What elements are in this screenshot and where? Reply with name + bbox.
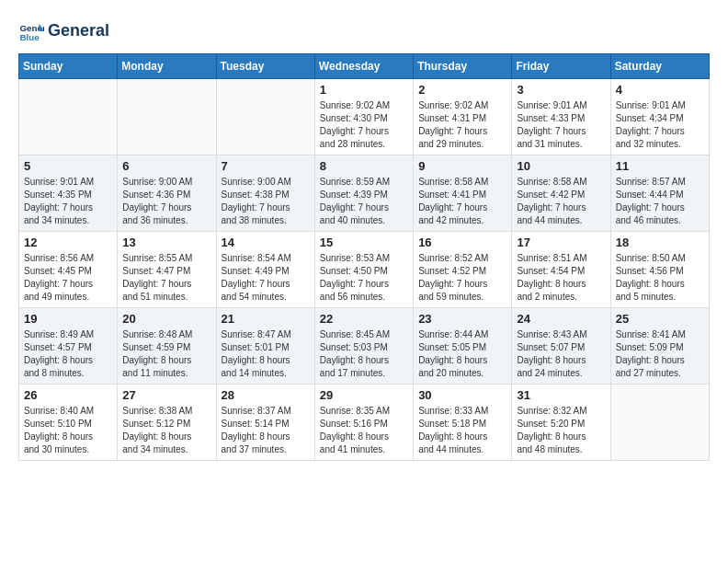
- day-number: 30: [418, 388, 506, 402]
- cell-content: Sunrise: 9:02 AM Sunset: 4:30 PM Dayligh…: [320, 99, 408, 151]
- calendar-cell: 9Sunrise: 8:58 AM Sunset: 4:41 PM Daylig…: [414, 155, 512, 232]
- day-number: 2: [418, 83, 506, 97]
- logo-text: General: [48, 22, 109, 40]
- cell-content: Sunrise: 9:00 AM Sunset: 4:38 PM Dayligh…: [222, 176, 310, 227]
- day-number: 27: [122, 388, 210, 402]
- day-number: 26: [24, 388, 112, 402]
- calendar-cell: 22Sunrise: 8:45 AM Sunset: 5:03 PM Dayli…: [314, 308, 413, 385]
- calendar-cell: 27Sunrise: 8:38 AM Sunset: 5:12 PM Dayli…: [118, 385, 216, 461]
- calendar-cell: 16Sunrise: 8:52 AM Sunset: 4:52 PM Dayli…: [414, 232, 512, 308]
- cell-content: Sunrise: 9:00 AM Sunset: 4:36 PM Dayligh…: [122, 176, 210, 227]
- svg-text:Blue: Blue: [19, 32, 40, 42]
- day-number: 15: [320, 236, 408, 249]
- weekday-header-monday: Monday: [118, 54, 216, 79]
- calendar-cell: 28Sunrise: 8:37 AM Sunset: 5:14 PM Dayli…: [216, 385, 314, 461]
- week-row-1: 1Sunrise: 9:02 AM Sunset: 4:30 PM Daylig…: [19, 79, 710, 155]
- calendar-cell: 18Sunrise: 8:50 AM Sunset: 4:56 PM Dayli…: [610, 232, 709, 308]
- day-number: 29: [320, 388, 408, 402]
- cell-content: Sunrise: 8:48 AM Sunset: 4:59 PM Dayligh…: [122, 328, 210, 380]
- calendar-cell: 13Sunrise: 8:55 AM Sunset: 4:47 PM Dayli…: [118, 232, 216, 308]
- day-number: 16: [418, 236, 506, 249]
- calendar-cell: 19Sunrise: 8:49 AM Sunset: 4:57 PM Dayli…: [19, 308, 118, 385]
- calendar-cell: 31Sunrise: 8:32 AM Sunset: 5:20 PM Dayli…: [512, 385, 610, 461]
- day-number: 14: [222, 236, 310, 249]
- day-number: 12: [24, 236, 112, 249]
- day-number: 25: [616, 312, 704, 326]
- day-number: 9: [418, 159, 506, 173]
- calendar-cell: 29Sunrise: 8:35 AM Sunset: 5:16 PM Dayli…: [314, 385, 413, 461]
- cell-content: Sunrise: 8:35 AM Sunset: 5:16 PM Dayligh…: [320, 405, 408, 456]
- cell-content: Sunrise: 8:45 AM Sunset: 5:03 PM Dayligh…: [320, 328, 408, 380]
- week-row-3: 12Sunrise: 8:56 AM Sunset: 4:45 PM Dayli…: [19, 232, 710, 308]
- day-number: 3: [517, 83, 605, 97]
- calendar-cell: 12Sunrise: 8:56 AM Sunset: 4:45 PM Dayli…: [19, 232, 118, 308]
- cell-content: Sunrise: 8:57 AM Sunset: 4:44 PM Dayligh…: [616, 176, 704, 227]
- logo: General Blue General: [18, 18, 109, 44]
- day-number: 4: [616, 83, 704, 97]
- calendar-cell: 26Sunrise: 8:40 AM Sunset: 5:10 PM Dayli…: [19, 385, 118, 461]
- day-number: 18: [616, 236, 704, 249]
- calendar-cell: 2Sunrise: 9:02 AM Sunset: 4:31 PM Daylig…: [414, 79, 512, 155]
- calendar-cell: 4Sunrise: 9:01 AM Sunset: 4:34 PM Daylig…: [610, 79, 709, 155]
- day-number: 28: [222, 388, 310, 402]
- calendar-cell: [118, 79, 216, 155]
- day-number: 1: [320, 83, 408, 97]
- day-number: 7: [222, 159, 310, 173]
- calendar-cell: [216, 79, 314, 155]
- cell-content: Sunrise: 8:54 AM Sunset: 4:49 PM Dayligh…: [222, 252, 310, 304]
- calendar-table: SundayMondayTuesdayWednesdayThursdayFrid…: [18, 53, 710, 461]
- day-number: 19: [24, 312, 112, 326]
- day-number: 21: [222, 312, 310, 326]
- weekday-header-friday: Friday: [512, 54, 610, 79]
- cell-content: Sunrise: 8:52 AM Sunset: 4:52 PM Dayligh…: [418, 252, 506, 304]
- day-number: 10: [517, 159, 605, 173]
- cell-content: Sunrise: 9:02 AM Sunset: 4:31 PM Dayligh…: [418, 99, 506, 151]
- day-number: 31: [517, 388, 605, 402]
- cell-content: Sunrise: 8:41 AM Sunset: 5:09 PM Dayligh…: [616, 328, 704, 380]
- weekday-header-sunday: Sunday: [19, 54, 118, 79]
- cell-content: Sunrise: 9:01 AM Sunset: 4:34 PM Dayligh…: [616, 99, 704, 151]
- calendar-cell: 24Sunrise: 8:43 AM Sunset: 5:07 PM Dayli…: [512, 308, 610, 385]
- cell-content: Sunrise: 8:40 AM Sunset: 5:10 PM Dayligh…: [24, 405, 112, 456]
- calendar-cell: 1Sunrise: 9:02 AM Sunset: 4:30 PM Daylig…: [314, 79, 413, 155]
- cell-content: Sunrise: 8:38 AM Sunset: 5:12 PM Dayligh…: [122, 405, 210, 456]
- cell-content: Sunrise: 8:53 AM Sunset: 4:50 PM Dayligh…: [320, 252, 408, 304]
- cell-content: Sunrise: 8:58 AM Sunset: 4:41 PM Dayligh…: [418, 176, 506, 227]
- cell-content: Sunrise: 9:01 AM Sunset: 4:33 PM Dayligh…: [517, 99, 605, 151]
- day-number: 8: [320, 159, 408, 173]
- calendar-cell: [610, 385, 709, 461]
- week-row-2: 5Sunrise: 9:01 AM Sunset: 4:35 PM Daylig…: [19, 155, 710, 232]
- page-header: General Blue General: [18, 18, 710, 44]
- calendar-cell: 15Sunrise: 8:53 AM Sunset: 4:50 PM Dayli…: [314, 232, 413, 308]
- cell-content: Sunrise: 8:55 AM Sunset: 4:47 PM Dayligh…: [122, 252, 210, 304]
- day-number: 20: [122, 312, 210, 326]
- day-number: 22: [320, 312, 408, 326]
- calendar-cell: 30Sunrise: 8:33 AM Sunset: 5:18 PM Dayli…: [414, 385, 512, 461]
- cell-content: Sunrise: 8:56 AM Sunset: 4:45 PM Dayligh…: [24, 252, 112, 304]
- cell-content: Sunrise: 8:44 AM Sunset: 5:05 PM Dayligh…: [418, 328, 506, 380]
- calendar-cell: 6Sunrise: 9:00 AM Sunset: 4:36 PM Daylig…: [118, 155, 216, 232]
- logo-icon: General Blue: [18, 18, 44, 44]
- calendar-cell: 14Sunrise: 8:54 AM Sunset: 4:49 PM Dayli…: [216, 232, 314, 308]
- day-number: 13: [122, 236, 210, 249]
- day-number: 23: [418, 312, 506, 326]
- day-number: 24: [517, 312, 605, 326]
- day-number: 5: [24, 159, 112, 173]
- cell-content: Sunrise: 8:51 AM Sunset: 4:54 PM Dayligh…: [517, 252, 605, 304]
- cell-content: Sunrise: 8:58 AM Sunset: 4:42 PM Dayligh…: [517, 176, 605, 227]
- weekday-header-row: SundayMondayTuesdayWednesdayThursdayFrid…: [19, 54, 710, 79]
- cell-content: Sunrise: 8:49 AM Sunset: 4:57 PM Dayligh…: [24, 328, 112, 380]
- day-number: 17: [517, 236, 605, 249]
- calendar-cell: 8Sunrise: 8:59 AM Sunset: 4:39 PM Daylig…: [314, 155, 413, 232]
- cell-content: Sunrise: 8:47 AM Sunset: 5:01 PM Dayligh…: [222, 328, 310, 380]
- weekday-header-wednesday: Wednesday: [314, 54, 413, 79]
- weekday-header-thursday: Thursday: [414, 54, 512, 79]
- day-number: 11: [616, 159, 704, 173]
- cell-content: Sunrise: 8:33 AM Sunset: 5:18 PM Dayligh…: [418, 405, 506, 456]
- calendar-cell: [19, 79, 118, 155]
- cell-content: Sunrise: 8:50 AM Sunset: 4:56 PM Dayligh…: [616, 252, 704, 304]
- week-row-5: 26Sunrise: 8:40 AM Sunset: 5:10 PM Dayli…: [19, 385, 710, 461]
- calendar-cell: 21Sunrise: 8:47 AM Sunset: 5:01 PM Dayli…: [216, 308, 314, 385]
- calendar-cell: 25Sunrise: 8:41 AM Sunset: 5:09 PM Dayli…: [610, 308, 709, 385]
- cell-content: Sunrise: 9:01 AM Sunset: 4:35 PM Dayligh…: [24, 176, 112, 227]
